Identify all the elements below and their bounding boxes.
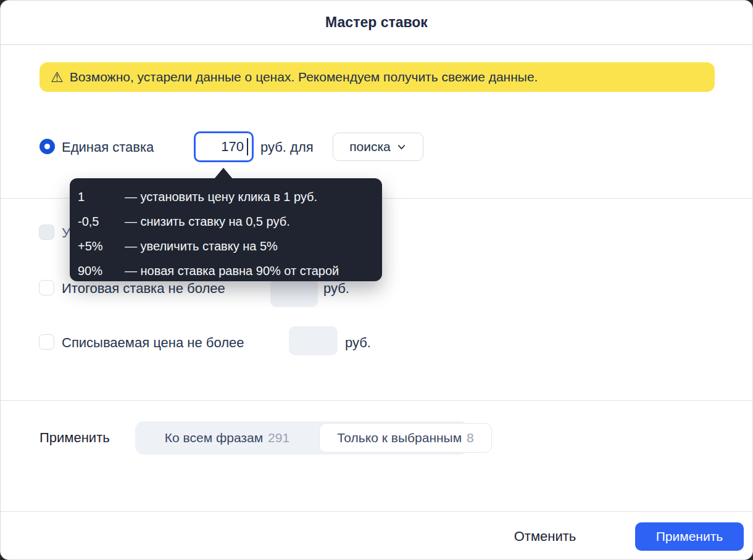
segment-count: 8 — [467, 430, 474, 445]
tooltip-term: 90% — [78, 264, 125, 278]
max-charged-price-label: Списываемая цена не более — [62, 335, 244, 351]
warning-text: Возможно, устарели данные о ценах. Реком… — [70, 70, 538, 84]
apply-scope-segmented-control: Ко всем фразам 291 Только к выбранным 8 — [135, 421, 468, 455]
tooltip-desc: — увеличить ставку на 5% — [125, 239, 370, 253]
single-bid-radio[interactable] — [40, 139, 55, 154]
tooltip-row: +5% — увеличить ставку на 5% — [78, 234, 370, 258]
tooltip-row: -0,5 — снизить ставку на 0,5 руб. — [78, 209, 370, 234]
screen: Мастер ставок ⚠ Возможно, устарели данны… — [0, 0, 753, 560]
limit-label-hidden: У — [62, 225, 70, 241]
tooltip-term: -0,5 — [78, 215, 125, 229]
tooltip-arrow — [214, 168, 233, 179]
bid-target-value: поиска — [349, 139, 391, 154]
cancel-button[interactable]: Отменить — [508, 522, 582, 551]
segment-label: Только к выбранным — [337, 430, 462, 445]
tooltip-row: 90% — новая ставка равна 90% от старой — [78, 258, 370, 283]
max-total-bid-checkbox[interactable] — [39, 280, 54, 295]
warning-triangle-icon: ⚠ — [51, 70, 64, 84]
bid-target-select[interactable]: поиска — [333, 133, 423, 161]
bid-unit-label: руб. для — [260, 139, 314, 155]
limit-checkbox-hidden[interactable] — [39, 224, 54, 240]
apply-to-label: Применить — [40, 430, 110, 446]
warning-banner: ⚠ Возможно, устарели данные о ценах. Рек… — [40, 62, 715, 92]
bid-amount-wrap — [194, 131, 254, 162]
text-cursor — [247, 138, 248, 155]
tooltip-desc: — установить цену клика в 1 руб. — [125, 190, 370, 204]
tooltip-term: +5% — [78, 239, 125, 253]
footer-divider — [1, 511, 753, 512]
apply-button[interactable]: Применить — [635, 522, 744, 551]
bid-format-tooltip: 1 — установить цену клика в 1 руб. -0,5 … — [70, 178, 382, 281]
segment-selected-only[interactable]: Только к выбранным 8 — [319, 423, 492, 453]
segment-count: 291 — [268, 430, 289, 445]
tooltip-row: 1 — установить цену клика в 1 руб. — [78, 184, 370, 209]
max-charged-price-input[interactable] — [289, 326, 338, 355]
max-charged-price-unit: руб. — [345, 335, 371, 351]
tooltip-desc: — снизить ставку на 0,5 руб. — [125, 215, 370, 229]
bid-amount-input[interactable] — [194, 131, 254, 162]
chevron-down-icon — [396, 142, 407, 152]
section-divider — [1, 400, 753, 401]
tooltip-desc: — новая ставка равна 90% от старой — [125, 264, 370, 278]
single-bid-radio-label: Единая ставка — [62, 139, 154, 155]
segment-label: Ко всем фразам — [165, 430, 263, 445]
max-charged-price-checkbox[interactable] — [39, 334, 54, 350]
header-divider — [1, 44, 753, 45]
segment-all-phrases[interactable]: Ко всем фразам 291 — [135, 424, 319, 452]
bid-master-dialog: Мастер ставок ⚠ Возможно, устарели данны… — [0, 0, 753, 560]
dialog-title: Мастер ставок — [1, 1, 752, 44]
tooltip-term: 1 — [78, 190, 125, 204]
